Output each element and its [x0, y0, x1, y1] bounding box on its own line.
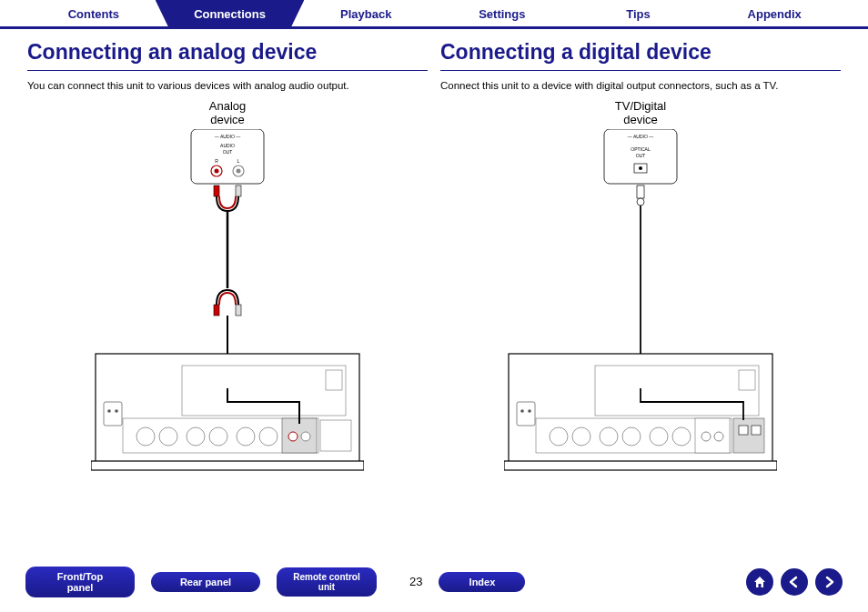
home-icon[interactable]	[746, 568, 773, 596]
desc-digital: Connect this unit to a device with digit…	[440, 80, 841, 91]
svg-point-49	[600, 427, 618, 446]
svg-point-9	[237, 168, 241, 173]
svg-point-28	[115, 409, 118, 413]
svg-point-47	[550, 427, 568, 446]
svg-rect-10	[214, 186, 219, 196]
svg-rect-13	[214, 305, 219, 316]
svg-rect-14	[236, 305, 241, 316]
svg-rect-53	[517, 402, 535, 426]
analog-diagram-svg: — AUDIO — AUDIO OUT R L	[91, 129, 364, 493]
analog-device-label: Analogdevice	[209, 100, 246, 127]
svg-text:OPTICAL: OPTICAL	[631, 146, 651, 152]
digital-device-label: TV/Digitaldevice	[615, 100, 666, 127]
svg-text:— AUDIO —: — AUDIO —	[215, 134, 240, 139]
digital-diagram-svg: — AUDIO — OPTICAL OUT	[504, 129, 777, 493]
svg-point-23	[209, 427, 227, 446]
tab-appendix[interactable]: Appendix	[700, 0, 849, 26]
top-nav-tabs: Contents Connections Playback Settings T…	[0, 0, 868, 29]
diagram-analog: Analogdevice — AUDIO — AUDIO OUT R L	[27, 100, 428, 493]
next-page-icon[interactable]	[815, 568, 843, 596]
tab-connections[interactable]: Connections	[156, 0, 305, 26]
svg-rect-40	[637, 186, 644, 198]
svg-text:OUT: OUT	[223, 149, 233, 155]
btn-index[interactable]: Index	[439, 572, 525, 592]
svg-point-31	[301, 432, 310, 441]
svg-point-55	[528, 409, 531, 413]
svg-point-58	[714, 432, 723, 441]
svg-rect-32	[320, 420, 351, 451]
tab-playback[interactable]: Playback	[291, 0, 440, 26]
svg-point-50	[622, 427, 641, 446]
svg-point-57	[701, 432, 711, 441]
main-content: Connecting an analog device You can conn…	[0, 29, 868, 493]
svg-rect-26	[104, 402, 122, 426]
svg-point-41	[637, 198, 644, 206]
svg-point-51	[650, 427, 668, 446]
svg-text:L: L	[237, 158, 240, 164]
svg-point-30	[288, 432, 298, 441]
btn-front-top-panel[interactable]: Front/Toppanel	[25, 567, 135, 597]
svg-text:AUDIO: AUDIO	[220, 143, 235, 148]
column-analog: Connecting an analog device You can conn…	[27, 40, 428, 493]
page-number: 23	[409, 575, 422, 588]
svg-point-21	[159, 427, 177, 446]
svg-text:— AUDIO —: — AUDIO —	[628, 134, 653, 139]
svg-rect-59	[733, 418, 764, 453]
btn-rear-panel[interactable]: Rear panel	[151, 572, 260, 592]
svg-point-39	[639, 166, 642, 170]
svg-rect-17	[91, 461, 364, 470]
svg-rect-44	[504, 461, 777, 470]
svg-rect-61	[752, 426, 761, 435]
svg-point-7	[215, 168, 219, 173]
svg-rect-18	[182, 366, 346, 416]
nav-icons	[746, 568, 843, 596]
svg-rect-56	[695, 418, 730, 453]
tab-contents[interactable]: Contents	[19, 0, 168, 26]
prev-page-icon[interactable]	[781, 568, 808, 596]
svg-point-27	[107, 409, 111, 413]
diagram-digital: TV/Digitaldevice — AUDIO — OPTICAL OUT	[440, 100, 841, 493]
desc-analog: You can connect this unit to various dev…	[27, 80, 428, 91]
svg-rect-11	[236, 186, 241, 196]
bottom-bar: Front/Toppanel Rear panel Remote control…	[0, 567, 868, 597]
svg-text:OUT: OUT	[636, 153, 646, 158]
svg-text:R: R	[215, 158, 218, 164]
column-digital: Connecting a digital device Connect this…	[440, 40, 841, 493]
tab-settings[interactable]: Settings	[428, 0, 577, 26]
svg-point-22	[187, 427, 205, 446]
svg-point-25	[259, 427, 278, 446]
svg-rect-62	[739, 370, 755, 390]
svg-rect-60	[739, 426, 748, 435]
btn-remote-control-unit[interactable]: Remote controlunit	[277, 567, 377, 597]
heading-digital: Connecting a digital device	[440, 40, 841, 71]
svg-rect-45	[595, 366, 759, 416]
svg-point-24	[237, 427, 255, 446]
svg-point-48	[572, 427, 590, 446]
svg-point-54	[520, 409, 524, 413]
heading-analog: Connecting an analog device	[27, 40, 428, 71]
svg-point-20	[136, 427, 155, 446]
svg-rect-33	[326, 370, 342, 390]
svg-point-52	[672, 427, 691, 446]
tab-tips[interactable]: Tips	[564, 0, 713, 26]
